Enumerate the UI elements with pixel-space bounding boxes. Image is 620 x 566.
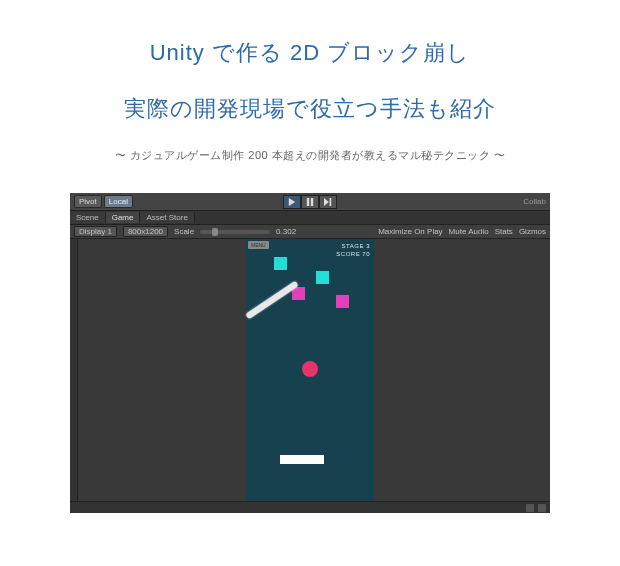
pivot-toggle[interactable]: Pivot — [74, 195, 102, 208]
game-viewport: MENU STAGE 3 SCORE 70 — [70, 239, 550, 501]
maximize-toggle[interactable]: Maximize On Play — [378, 227, 442, 236]
block-magenta — [336, 295, 349, 308]
block-cyan — [274, 257, 287, 270]
menu-button[interactable]: MENU — [248, 241, 269, 249]
editor-statusbar — [70, 501, 550, 513]
page-subtitle: 〜 カジュアルゲーム制作 200 本超えの開発者が教えるマル秘テクニック 〜 — [28, 148, 592, 163]
game-view-controls: Display 1 800x1200 Scale 0.302 Maximize … — [70, 225, 550, 239]
statusbar-icon[interactable] — [538, 504, 546, 512]
hud-score: SCORE 70 — [336, 250, 370, 258]
hud: STAGE 3 SCORE 70 — [336, 242, 370, 258]
page-title-line-2: 実際の開発現場で役立つ手法も紹介 — [28, 94, 592, 124]
unity-editor-screenshot: Pivot Local Collab Scene Game Ass — [70, 193, 550, 513]
pause-button[interactable] — [301, 195, 319, 209]
page-title-line-1: Unity で作る 2D ブロック崩し — [28, 38, 592, 68]
statusbar-icon[interactable] — [526, 504, 534, 512]
unity-topbar: Pivot Local Collab — [70, 193, 550, 211]
block-magenta — [292, 287, 305, 300]
paddle — [280, 455, 324, 464]
tab-game[interactable]: Game — [106, 212, 141, 223]
tab-asset-store[interactable]: Asset Store — [140, 212, 194, 223]
play-controls — [283, 195, 337, 209]
stats-toggle[interactable]: Stats — [495, 227, 513, 236]
play-button[interactable] — [283, 195, 301, 209]
hud-stage: STAGE 3 — [336, 242, 370, 250]
svg-rect-4 — [330, 198, 332, 206]
local-toggle[interactable]: Local — [104, 195, 133, 208]
scale-slider[interactable] — [200, 230, 270, 234]
ball-trail — [245, 281, 298, 320]
svg-rect-2 — [311, 198, 313, 206]
tab-scene[interactable]: Scene — [70, 212, 106, 223]
game-area: MENU STAGE 3 SCORE 70 — [246, 239, 374, 501]
block-cyan — [316, 271, 329, 284]
scale-value: 0.302 — [276, 227, 296, 236]
svg-marker-0 — [289, 198, 295, 206]
collab-button[interactable]: Collab — [523, 197, 546, 206]
resolution-dropdown[interactable]: 800x1200 — [123, 226, 168, 237]
viewport-side-panel — [70, 239, 78, 501]
scale-label: Scale — [174, 227, 194, 236]
svg-rect-1 — [307, 198, 309, 206]
mute-toggle[interactable]: Mute Audio — [449, 227, 489, 236]
editor-tabs: Scene Game Asset Store — [70, 211, 550, 225]
ball — [302, 361, 318, 377]
svg-marker-3 — [324, 198, 329, 206]
gizmos-toggle[interactable]: Gizmos — [519, 227, 546, 236]
step-button[interactable] — [319, 195, 337, 209]
display-dropdown[interactable]: Display 1 — [74, 226, 117, 237]
